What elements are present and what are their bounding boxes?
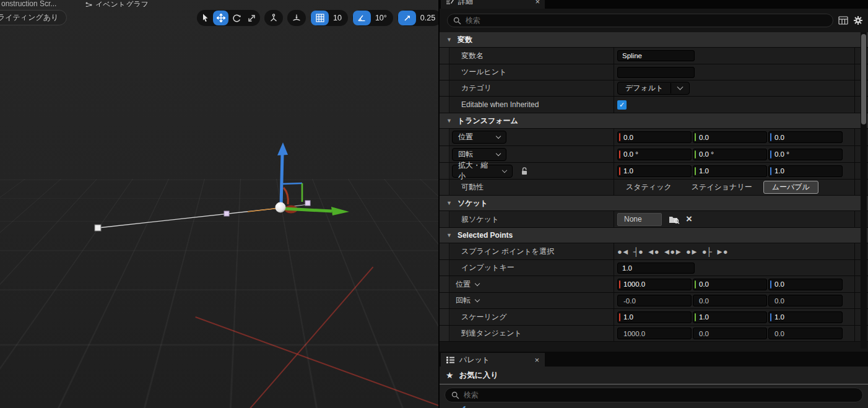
point-position-dropdown[interactable]: 位置 — [456, 279, 479, 290]
rotate-tool-button[interactable] — [228, 11, 244, 25]
section-socket[interactable]: ▼ ソケット — [440, 196, 868, 211]
check-icon: ✓ — [619, 101, 625, 109]
angle-snap-icon — [353, 11, 371, 25]
scale-y-field[interactable]: 1.0 — [693, 165, 767, 177]
spline-point-start[interactable] — [95, 225, 101, 231]
rotation-z-field[interactable]: 0.0 ° — [768, 149, 843, 160]
details-tab-bar: 詳細 × — [440, 0, 868, 9]
add-point-before-icon[interactable]: ┤● — [633, 247, 643, 256]
arrive-tangent-y-field[interactable]: 0.0 — [693, 328, 767, 339]
clear-socket-icon[interactable]: × — [686, 213, 692, 225]
details-scrollbar-thumb[interactable] — [861, 34, 866, 124]
section-selected-points[interactable]: ▼ Selected Points — [440, 228, 868, 243]
select-first-point-icon[interactable]: ●◄ — [617, 247, 629, 256]
rotation-x-field[interactable]: 0.0 ° — [617, 149, 692, 160]
spline-tangent-handle[interactable] — [224, 211, 229, 216]
tab-construction-script[interactable]: onstruction Scr... — [1, 0, 56, 7]
property-label: ツールヒント — [461, 67, 506, 77]
palette-search[interactable] — [445, 388, 863, 402]
palette-item-partial[interactable]: f — [440, 405, 868, 408]
mobility-static-button[interactable]: スタティック — [617, 181, 680, 194]
mobility-stationary-button[interactable]: ステイショナリー — [683, 181, 761, 194]
tab-event-graph[interactable]: イベントグラフ — [85, 0, 149, 7]
coordinate-system-button[interactable] — [264, 10, 283, 26]
scale-tool-button[interactable] — [244, 11, 259, 25]
tab-label: イベントグラフ — [95, 0, 149, 7]
point-position-z-field[interactable]: 0.0 — [768, 279, 843, 290]
variable-name-field[interactable]: Spline — [617, 50, 695, 61]
select-prev-point-icon[interactable]: ◄● — [647, 247, 659, 256]
section-title: 変数 — [458, 35, 472, 45]
point-rotation-x-field[interactable]: -0.0 — [617, 295, 692, 306]
location-dropdown[interactable]: 位置 — [452, 131, 506, 144]
scale-z-field[interactable]: 1.0 — [768, 165, 843, 177]
view-mode-button[interactable]: ライティングあり — [0, 10, 67, 25]
category-dropdown[interactable]: デフォルト — [617, 82, 690, 95]
details-toolbar — [440, 9, 868, 32]
point-rotation-dropdown[interactable]: 回転 — [456, 295, 479, 306]
select-next-point-icon[interactable]: ●► — [686, 247, 698, 256]
unlock-icon[interactable] — [521, 167, 528, 175]
select-all-points-icon[interactable]: ◄●► — [663, 247, 682, 256]
scale-snap-control[interactable]: 0.25 — [397, 10, 438, 26]
details-tab[interactable]: 詳細 × — [441, 0, 545, 9]
select-last-point-icon[interactable]: ►● — [716, 247, 727, 256]
point-scale-y-field[interactable]: 1.0 — [693, 311, 767, 323]
point-position-y-field[interactable]: 0.0 — [693, 279, 767, 290]
spline-tangent-handle[interactable] — [305, 201, 310, 206]
mobility-movable-button[interactable]: ムーバブル — [763, 181, 818, 194]
details-search[interactable] — [447, 14, 833, 27]
details-search-input[interactable] — [466, 16, 827, 25]
spline-point-select-buttons: ●◄ ┤● ◄● ◄●► ●► ●├ ►● — [617, 247, 727, 256]
section-transform[interactable]: ▼ トランスフォーム — [440, 113, 868, 129]
arrive-tangent-z-field[interactable]: 0.0 — [768, 328, 843, 339]
row-select-spline-points: スプライン ポイントを選択 ●◄ ┤● ◄● ◄●► ●► ●├ ►● — [440, 243, 868, 260]
close-icon[interactable]: × — [534, 355, 539, 365]
select-tool-button[interactable] — [197, 11, 213, 25]
location-x-field[interactable]: 0.0 — [617, 131, 692, 143]
close-icon[interactable]: × — [535, 0, 540, 6]
arrive-tangent-x-field[interactable]: 1000.0 — [617, 328, 692, 339]
point-position-x-field[interactable]: 1000.0 — [617, 279, 692, 290]
view-mode-label: ライティングあり — [0, 12, 58, 23]
section-variable[interactable]: ▼ 変数 — [440, 32, 868, 48]
input-key-field[interactable]: 1.0 — [617, 263, 695, 274]
point-scale-x-field[interactable]: 1.0 — [617, 311, 692, 323]
location-z-field[interactable]: 0.0 — [768, 131, 843, 143]
display-filter-icon[interactable] — [838, 16, 848, 25]
grid-snap-icon — [311, 11, 329, 25]
point-rotation-z-field[interactable]: 0.0 — [768, 295, 843, 306]
socket-browse-icon[interactable] — [669, 215, 680, 224]
gizmo-axis-z[interactable] — [277, 142, 288, 207]
rotation-snap-control[interactable]: 10° — [352, 10, 393, 26]
rotation-dropdown[interactable]: 回転 — [452, 148, 506, 161]
chevron-down-icon — [496, 150, 501, 155]
gear-icon[interactable] — [853, 15, 863, 25]
add-point-after-icon[interactable]: ●├ — [702, 247, 711, 256]
details-scrollbar[interactable] — [861, 32, 867, 349]
viewport-3d[interactable]: onstruction Scr... イベントグラフ ライティングあり — [0, 0, 438, 408]
scale-dropdown[interactable]: 拡大・縮小 — [452, 165, 513, 178]
favorites-header[interactable]: ★ お気に入り — [440, 367, 868, 384]
palette-list-icon — [446, 357, 454, 363]
spline-point-selected[interactable] — [276, 202, 286, 213]
move-icon — [217, 14, 225, 22]
tooltip-field[interactable] — [617, 67, 695, 78]
location-y-field[interactable]: 0.0 — [693, 131, 767, 143]
move-tool-button[interactable] — [213, 11, 228, 25]
row-location: 位置 0.0 0.0 0.0 — [440, 129, 868, 146]
palette-search-input[interactable] — [464, 391, 856, 399]
scale-x-field[interactable]: 1.0 — [617, 165, 692, 177]
parent-socket-field[interactable]: None — [617, 213, 662, 226]
surface-snapping-button[interactable] — [287, 10, 306, 26]
property-label: カテゴリ — [461, 83, 492, 93]
editable-checkbox[interactable]: ✓ — [617, 100, 627, 110]
grid-snap-control[interactable]: 10 — [310, 10, 348, 26]
function-icon: f — [462, 405, 465, 408]
point-rotation-y-field[interactable]: 0.0 — [693, 295, 767, 306]
rotation-y-field[interactable]: 0.0 ° — [693, 149, 767, 160]
chevron-down-icon — [496, 134, 501, 139]
collapse-arrow-icon: ▼ — [446, 37, 452, 43]
palette-tab[interactable]: パレット × — [441, 353, 545, 367]
point-scale-z-field[interactable]: 1.0 — [768, 311, 843, 323]
